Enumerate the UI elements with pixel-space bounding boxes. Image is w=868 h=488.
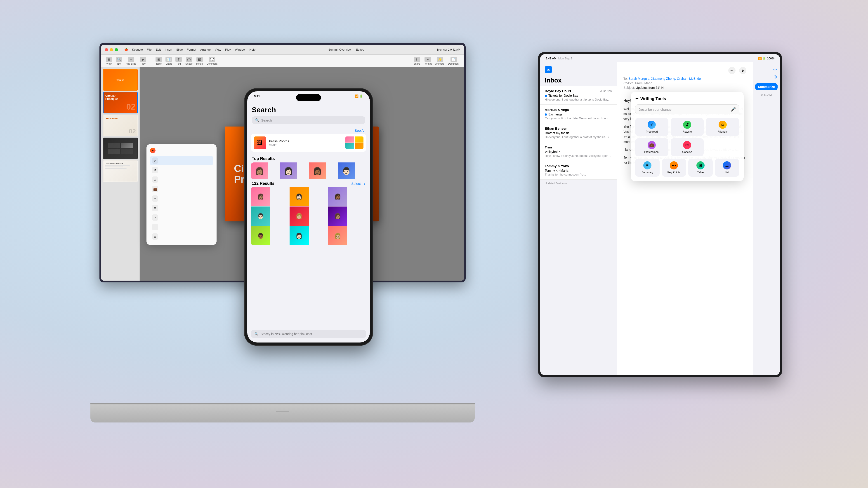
menu-apple[interactable]: 🍎 bbox=[124, 48, 128, 51]
photos-search-bar[interactable]: 🔍 Search bbox=[252, 116, 365, 124]
menu-slide[interactable]: Slide bbox=[176, 48, 183, 51]
wt-keypoints[interactable]: • bbox=[150, 213, 213, 222]
iwt-rewrite-btn[interactable]: ↺ Rewrite bbox=[671, 118, 704, 136]
iwt-friendly-btn[interactable]: ☺ Friendly bbox=[706, 118, 739, 136]
iwt-table-btn[interactable]: ⊞ Table bbox=[688, 159, 713, 177]
wt-proofread[interactable]: ✔ bbox=[150, 156, 213, 165]
photo-all-3[interactable]: 👩🏾 bbox=[328, 187, 347, 206]
media-icon: 🖼 bbox=[196, 57, 203, 62]
iwt-list-btn[interactable]: ☰ List bbox=[715, 159, 739, 177]
see-all-button[interactable]: See All bbox=[355, 129, 365, 132]
wt-concise[interactable]: ✂ bbox=[150, 194, 213, 203]
photo-cell-1[interactable]: 👩🏽 bbox=[251, 162, 268, 180]
select-button[interactable]: Select bbox=[351, 182, 361, 186]
mail-preview-0: Hi everyone, I put together a trip up to… bbox=[545, 98, 612, 101]
press-photos-card[interactable]: 🖼 Press Photos Album bbox=[251, 134, 366, 152]
mail-subject-1: Exchange bbox=[548, 112, 562, 116]
top-results-label: Top Results bbox=[247, 155, 370, 162]
iwt-summary-btn[interactable]: ≡ Summary bbox=[635, 159, 659, 177]
menu-arrange[interactable]: Arrange bbox=[200, 48, 211, 51]
more-options-icon[interactable]: ⊕ bbox=[739, 67, 746, 74]
wt-rewrite[interactable]: ↺ bbox=[150, 165, 213, 175]
photo-all-5[interactable]: 👩🏼 bbox=[289, 206, 309, 226]
photo-grid-all: 👩🏽 👩🏻 👩🏾 👨🏻 👩🏼 👩🏽 👨🏾 👩🏻 👩🏼 bbox=[251, 187, 366, 246]
toolbar-format[interactable]: ≡ Format bbox=[424, 57, 432, 65]
toolbar-text[interactable]: T Text bbox=[176, 57, 182, 65]
mail-item-3[interactable]: Tran Volleyball? Hey! I know it's only J… bbox=[540, 142, 617, 161]
menu-help[interactable]: Help bbox=[249, 48, 255, 51]
photo-all-2[interactable]: 👩🏻 bbox=[289, 187, 309, 206]
more-icon[interactable]: ⊕ bbox=[773, 74, 777, 79]
iwt-keypoints-btn[interactable]: ••• Key Points bbox=[662, 159, 686, 177]
summarize-button[interactable]: Summarize bbox=[755, 83, 778, 90]
toolbar-shape[interactable]: ◯ Shape bbox=[185, 57, 193, 65]
iwt-input[interactable]: Describe your change 🎤 bbox=[635, 104, 739, 114]
wt-friendly[interactable]: ☺ bbox=[150, 175, 213, 184]
mail-item-0[interactable]: Doyle Bay Court Just Now Tickets for Doy… bbox=[540, 86, 617, 105]
toolbar-comment[interactable]: 💬 Comment bbox=[207, 57, 217, 65]
email-to-recipients[interactable]: Sarah Murguia, Xiaomeng Zhong, Graham Mc… bbox=[629, 77, 701, 80]
menu-play[interactable]: Play bbox=[225, 48, 231, 51]
minimize-button[interactable] bbox=[110, 48, 113, 51]
mail-sender-1: Marcus & Vega bbox=[545, 108, 569, 111]
iwt-professional-icon: 💼 bbox=[648, 141, 656, 149]
chart-icon: 📊 bbox=[165, 57, 172, 62]
iphone: 9:41 📶 🔋 Search 🔍 Search bbox=[244, 88, 373, 346]
slide-thumb-2[interactable]: 02 Circular Principles bbox=[103, 92, 138, 113]
mail-item-2[interactable]: Ethan Bensen Draft of my thesis Hi every… bbox=[540, 123, 617, 142]
menu-insert[interactable]: Insert bbox=[165, 48, 172, 51]
wt-summary[interactable]: ≡ bbox=[150, 203, 213, 213]
toolbar-table[interactable]: ⊞ Table bbox=[156, 57, 162, 65]
menu-format[interactable]: Format bbox=[187, 48, 196, 51]
ipad-body: 9:41 AM Mon Sep 9 📶 🔋 100% ✉ Inbox bbox=[538, 52, 782, 377]
wt-professional[interactable]: 💼 bbox=[150, 184, 213, 194]
mail-subject-0: Tickets for Doyle Bay bbox=[548, 94, 578, 97]
toolbar-add-slide[interactable]: ＋ Add Slide bbox=[126, 57, 136, 65]
slide-thumb-4[interactable] bbox=[103, 138, 138, 159]
slide-thumb-1[interactable]: Topics bbox=[103, 69, 138, 91]
menu-file[interactable]: File bbox=[147, 48, 152, 51]
iwt-buttons-row1: ✔ Proofread ↺ Rewrite ☺ bbox=[635, 118, 739, 136]
menu-keynote[interactable]: Keynote bbox=[132, 48, 143, 51]
photo-all-6[interactable]: 👩🏽 bbox=[328, 206, 347, 226]
photo-all-8[interactable]: 👩🏻 bbox=[289, 226, 309, 246]
toolbar-play[interactable]: ▶ Play bbox=[140, 57, 146, 65]
close-button[interactable] bbox=[105, 48, 108, 51]
edit-icon[interactable]: ✏ bbox=[728, 67, 736, 74]
iwt-professional-btn[interactable]: 💼 Professional bbox=[635, 138, 669, 156]
sort-icon[interactable]: ↕ bbox=[364, 182, 365, 186]
toolbar-chart[interactable]: 📊 Chart bbox=[165, 57, 172, 65]
photo-cell-2[interactable]: 👩🏻 bbox=[280, 162, 297, 180]
compose-icon[interactable]: ✏ bbox=[773, 67, 777, 72]
iwt-concise-btn[interactable]: ✂ Concise bbox=[671, 138, 704, 156]
photo-all-1[interactable]: 👩🏽 bbox=[251, 187, 270, 206]
photo-all-7[interactable]: 👨🏾 bbox=[251, 226, 270, 246]
photo-all-4[interactable]: 👨🏻 bbox=[251, 206, 270, 226]
toolbar-zoom[interactable]: 🔍 41% bbox=[116, 57, 122, 65]
toolbar-view[interactable]: ⊞ View bbox=[106, 57, 112, 65]
slide-thumb-5[interactable]: Promoting Efficiency bbox=[103, 160, 138, 182]
iwt-proofread-btn[interactable]: ✔ Proofread bbox=[635, 118, 669, 136]
microphone-icon[interactable]: 🎤 bbox=[731, 107, 736, 112]
fullscreen-button[interactable] bbox=[115, 48, 118, 51]
toolbar-share[interactable]: ⬆ Share bbox=[413, 57, 420, 65]
wt-table[interactable]: ⊞ bbox=[150, 232, 213, 241]
mail-item-1[interactable]: Marcus & Vega Exchange Can you confirm t… bbox=[540, 105, 617, 123]
menu-edit[interactable]: Edit bbox=[156, 48, 161, 51]
menu-view[interactable]: View bbox=[215, 48, 221, 51]
toolbar-document[interactable]: 📄 Document bbox=[448, 57, 459, 65]
photo-cell-4[interactable]: 👨🏻 bbox=[338, 162, 355, 180]
iphone-bottom-search[interactable]: 🔍 Stacey in NYC wearing her pink coat bbox=[251, 330, 366, 338]
ipad-writing-tools-popup: ✦ Writing Tools Describe your change 🎤 bbox=[631, 92, 744, 181]
toolbar-animate[interactable]: ✨ Animate bbox=[435, 57, 444, 65]
photo-all-9[interactable]: 👩🏼 bbox=[328, 226, 347, 246]
mail-icon: ✉ bbox=[545, 66, 552, 73]
wt-list[interactable]: ☰ bbox=[150, 222, 213, 232]
toolbar-media[interactable]: 🖼 Media bbox=[196, 57, 203, 65]
mail-item-4[interactable]: Tommy & Yoko Tommy <> Maria Thanks for t… bbox=[540, 161, 617, 180]
ipad-sidebar-header: ✉ bbox=[540, 62, 617, 75]
menu-window[interactable]: Window bbox=[235, 48, 245, 51]
photo-cell-3[interactable]: 👩🏾 bbox=[309, 162, 326, 180]
slide-thumb-3[interactable]: Environment 02 bbox=[103, 115, 138, 136]
ipad-mail-sidebar: ✉ Inbox Doyle Bay Court Just Now bbox=[540, 62, 617, 375]
